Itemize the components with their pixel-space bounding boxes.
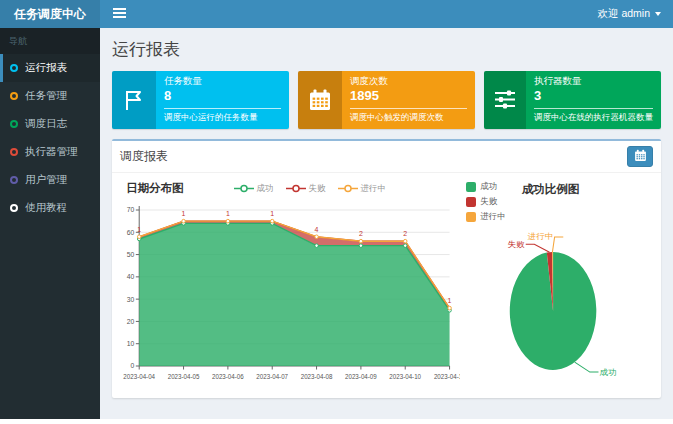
circle-icon xyxy=(10,204,18,212)
stat-cards-row: 任务数量 8 调度中心运行的任务数量 调度次数 1895 调度中心触发的调度次数… xyxy=(112,71,661,129)
caret-down-icon xyxy=(655,12,661,16)
pie-legend-item-成功[interactable]: 成功 xyxy=(466,181,506,193)
pie-legend-item-进行中[interactable]: 进行中 xyxy=(466,211,506,223)
svg-text:1: 1 xyxy=(182,210,186,218)
panel-title: 调度报表 xyxy=(120,148,168,165)
app: 任务调度中心 欢迎 admin 导航 运行报表任务管理调度日志执行器管理用户管理… xyxy=(0,0,673,424)
card-title: 执行器数量 xyxy=(534,75,653,88)
card-value: 8 xyxy=(164,88,281,105)
line-marker-icon xyxy=(234,184,254,193)
date-distribution-chart[interactable]: 0102030405060702023-04-042023-04-052023-… xyxy=(114,196,460,396)
sidebar-item-label: 任务管理 xyxy=(25,89,67,103)
svg-text:2: 2 xyxy=(359,230,363,238)
sidebar-item-3[interactable]: 执行器管理 xyxy=(0,138,100,166)
panel-header: 调度报表 xyxy=(112,141,661,173)
welcome-label: 欢迎 admin xyxy=(597,7,650,21)
legend-item-失败[interactable]: 失败 xyxy=(286,183,326,195)
card-description: 调度中心在线的执行器机器数量 xyxy=(534,109,653,129)
svg-text:2023-04-05: 2023-04-05 xyxy=(168,373,200,380)
pie-chart-block: 成功失败进行中 成功比例图 成功失败进行中 xyxy=(460,179,655,396)
calendar-icon xyxy=(634,149,647,162)
sidebar: 导航 运行报表任务管理调度日志执行器管理用户管理使用教程 xyxy=(0,28,100,419)
pie-legend-item-失败[interactable]: 失败 xyxy=(466,196,506,208)
brand-logo[interactable]: 任务调度中心 xyxy=(0,0,100,28)
page-title: 运行报表 xyxy=(112,38,661,61)
svg-text:2023-04-07: 2023-04-07 xyxy=(256,373,288,380)
legend-item-成功[interactable]: 成功 xyxy=(234,183,274,195)
stat-card-0: 任务数量 8 调度中心运行的任务数量 xyxy=(112,71,289,129)
content-area: 运行报表 任务数量 8 调度中心运行的任务数量 调度次数 1895 调度中心触发… xyxy=(100,28,673,424)
sidebar-toggle-button[interactable] xyxy=(100,0,138,28)
flag-icon xyxy=(122,88,146,112)
card-title: 任务数量 xyxy=(164,75,281,88)
sidebar-item-label: 使用教程 xyxy=(25,201,67,215)
svg-text:2023-04-10: 2023-04-10 xyxy=(389,373,421,380)
pie-chart-title: 成功比例图 xyxy=(522,182,580,197)
sliders-icon-box xyxy=(484,71,526,129)
legend-item-进行中[interactable]: 进行中 xyxy=(338,183,387,195)
svg-text:4: 4 xyxy=(315,226,319,234)
brand-title: 任务调度中心 xyxy=(14,7,86,21)
circle-icon xyxy=(10,64,18,72)
report-panel: 调度报表 日期分布图 成功失败进行中 0102030405060702023-0… xyxy=(112,139,661,398)
sidebar-item-4[interactable]: 用户管理 xyxy=(0,166,100,194)
line-marker-icon xyxy=(286,184,306,193)
svg-text:1: 1 xyxy=(137,226,141,234)
stat-card-1: 调度次数 1895 调度中心触发的调度次数 xyxy=(298,71,475,129)
svg-text:1: 1 xyxy=(448,297,452,305)
svg-text:失败: 失败 xyxy=(508,239,526,249)
sidebar-item-5[interactable]: 使用教程 xyxy=(0,194,100,222)
sidebar-item-1[interactable]: 任务管理 xyxy=(0,82,100,110)
flag-icon-box xyxy=(112,71,156,129)
sidebar-item-2[interactable]: 调度日志 xyxy=(0,110,100,138)
bottom-strip xyxy=(0,419,673,424)
date-range-button[interactable] xyxy=(627,146,653,167)
sidebar-menu: 运行报表任务管理调度日志执行器管理用户管理使用教程 xyxy=(0,54,100,222)
sliders-icon xyxy=(493,88,517,112)
svg-text:30: 30 xyxy=(127,295,135,302)
svg-text:10: 10 xyxy=(127,340,135,347)
card-description: 调度中心触发的调度次数 xyxy=(350,109,467,129)
card-value: 3 xyxy=(534,88,653,105)
pie-chart-legend: 成功失败进行中 xyxy=(460,179,506,223)
line-chart-block: 日期分布图 成功失败进行中 0102030405060702023-04-042… xyxy=(114,179,460,396)
navbar: 欢迎 admin xyxy=(100,0,673,28)
svg-text:20: 20 xyxy=(127,318,135,325)
calendar-icon xyxy=(634,149,647,165)
svg-text:2023-04-09: 2023-04-09 xyxy=(345,373,377,380)
card-title: 调度次数 xyxy=(350,75,467,88)
svg-text:1: 1 xyxy=(226,210,230,218)
svg-text:2023-04-06: 2023-04-06 xyxy=(212,373,244,380)
svg-text:40: 40 xyxy=(127,273,135,280)
sidebar-item-label: 执行器管理 xyxy=(25,145,78,159)
line-chart-title: 日期分布图 xyxy=(126,181,184,196)
pie-chart-header: 成功失败进行中 成功比例图 xyxy=(460,179,655,223)
svg-text:70: 70 xyxy=(127,206,135,213)
circle-icon xyxy=(10,92,18,100)
circle-icon xyxy=(10,148,18,156)
svg-text:0: 0 xyxy=(131,362,135,369)
card-value: 1895 xyxy=(350,88,467,105)
line-chart-legend: 成功失败进行中 xyxy=(234,183,387,195)
top-header: 任务调度中心 欢迎 admin xyxy=(0,0,673,28)
svg-text:进行中: 进行中 xyxy=(528,232,554,242)
svg-text:60: 60 xyxy=(127,229,135,236)
success-ratio-pie-chart[interactable]: 成功失败进行中 xyxy=(460,223,655,393)
line-marker-icon xyxy=(338,184,358,193)
hamburger-icon xyxy=(113,8,126,10)
calendar-icon-box xyxy=(298,71,342,129)
svg-text:2: 2 xyxy=(403,230,407,238)
svg-text:2023-04-08: 2023-04-08 xyxy=(301,373,333,380)
circle-icon xyxy=(10,120,18,128)
svg-text:50: 50 xyxy=(127,251,135,258)
svg-text:2023-04-04: 2023-04-04 xyxy=(123,373,155,380)
sidebar-item-0[interactable]: 运行报表 xyxy=(0,54,100,82)
user-menu[interactable]: 欢迎 admin xyxy=(585,0,673,28)
line-chart-header: 日期分布图 成功失败进行中 xyxy=(114,179,460,196)
svg-text:成功: 成功 xyxy=(600,367,617,377)
sidebar-item-label: 用户管理 xyxy=(25,173,67,187)
legend-swatch-icon xyxy=(466,197,476,207)
legend-swatch-icon xyxy=(466,212,476,222)
sidebar-item-label: 调度日志 xyxy=(25,117,67,131)
legend-swatch-icon xyxy=(466,182,476,192)
